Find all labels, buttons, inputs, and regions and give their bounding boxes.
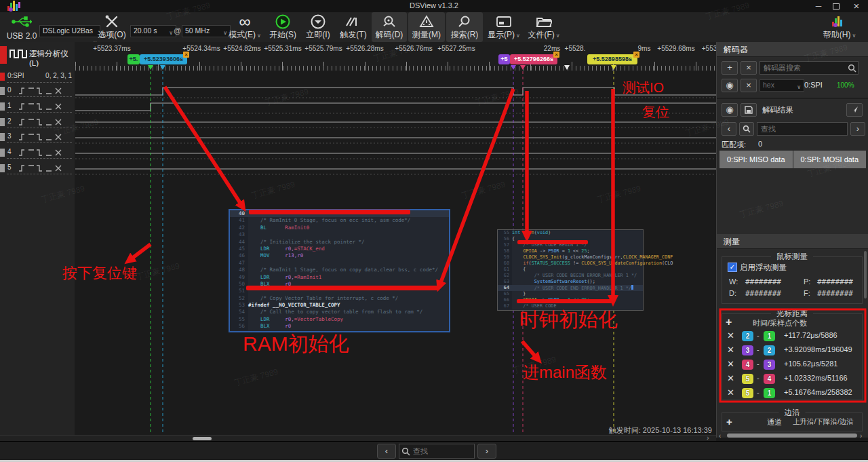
w-label: W: <box>729 277 738 286</box>
cursor-flag[interactable]: +5 <box>498 54 510 64</box>
trigger-edge-icons[interactable] <box>18 118 63 126</box>
cursor-pointer-icon[interactable] <box>564 65 570 70</box>
delete-cursor-pair-button[interactable]: ✕ <box>727 387 734 398</box>
main-hscroll-handle[interactable] <box>193 437 212 440</box>
cursor-badge[interactable]: 5 <box>742 374 753 384</box>
cursor-flag[interactable]: +5.52898598s× <box>587 54 637 64</box>
remove-all-decoders-button[interactable]: × <box>741 61 757 75</box>
decode-button[interactable]: 解码(D) <box>372 12 407 42</box>
decoder-search-input[interactable] <box>760 61 859 75</box>
cursor-pointer-icon[interactable] <box>148 65 153 70</box>
results-find-input[interactable] <box>757 122 848 136</box>
trigger-edge-icons[interactable] <box>18 102 63 111</box>
trigger-edge-icons[interactable] <box>18 87 63 95</box>
trigger-edge-icons[interactable] <box>18 149 63 157</box>
cursor-pointer-icon[interactable] <box>520 65 526 70</box>
cursor-badge[interactable]: 5 <box>742 388 753 398</box>
p-value: ######## <box>817 277 853 286</box>
close-button[interactable]: × <box>849 1 864 12</box>
cursor-badge[interactable]: 2 <box>742 331 753 341</box>
code-line: 55 LDR r0,=VectorTableCopy <box>230 316 449 323</box>
find-button[interactable] <box>739 122 754 136</box>
cursor-badge[interactable]: 3 <box>764 360 775 370</box>
cursor-flag[interactable]: +5. <box>127 54 140 64</box>
decoder-options-button[interactable]: ◉ <box>722 79 738 92</box>
code-line: 54 /* Call the to copy vector table from… <box>230 309 449 315</box>
mouse-measure-title: 鼠标测量 <box>771 252 813 262</box>
channel-number: 2 <box>7 117 12 125</box>
ruler-time-label: +5525.79ms <box>304 45 342 52</box>
find-next-button[interactable]: › <box>850 122 865 136</box>
help-button[interactable]: 帮助(H)∨ <box>819 12 860 42</box>
cursor-badge[interactable]: 2 <box>764 345 775 355</box>
options-button[interactable]: 选项(O) <box>96 12 127 42</box>
search-button[interactable]: 搜索(R) <box>446 12 483 42</box>
decoder-instance-name: 0:SPI <box>804 81 823 89</box>
cursor-distance-row: ✕5-4+1.02332ms/51166 <box>719 373 865 385</box>
duration-select[interactable]: 20.00 s∨ <box>130 25 176 37</box>
add-cursor-pair-button[interactable]: + <box>726 316 732 328</box>
row-divider <box>7 112 72 113</box>
cursor-badge[interactable]: 4 <box>742 360 753 370</box>
minimize-button[interactable]: ─ <box>811 1 826 12</box>
results-options-button[interactable]: ◉ <box>722 103 738 117</box>
badge-separator: - <box>757 388 760 396</box>
measure-button[interactable]: 测量(M) <box>408 12 445 42</box>
file-button[interactable]: 文件(F)∨ <box>525 12 563 42</box>
code-line: 56{ <box>498 236 643 242</box>
cursor-flag-close-button[interactable]: × <box>183 52 189 58</box>
usb-icon <box>4 14 39 29</box>
result-tabs: 0:SPI: MISO data 0:SPI: MOSI data <box>719 151 866 168</box>
find-prev-button[interactable]: ‹ <box>722 122 736 136</box>
trigger-edge-icons[interactable] <box>18 164 63 172</box>
cursor-flag[interactable]: +5.52393606s× <box>140 54 187 64</box>
decoder-channel-list: 0, 2, 3, 1 <box>35 72 72 79</box>
display-button[interactable]: 显示(P)∨ <box>484 12 524 42</box>
add-edge-counter-button[interactable]: + <box>726 416 732 427</box>
code-line: 65 } <box>498 291 643 297</box>
delete-cursor-pair-button[interactable]: ✕ <box>727 359 734 369</box>
float-measure-checkbox[interactable]: ✓ <box>728 263 737 272</box>
delete-cursor-pair-button[interactable]: ✕ <box>727 373 734 383</box>
search-prev-button[interactable]: ‹ <box>377 444 396 459</box>
edge-count-group: 边沿 + 通道 上升沿/下降沿/边沿 <box>722 412 863 431</box>
hscroll-right-arrow[interactable]: › <box>860 432 862 440</box>
panel-vscrollbar[interactable] <box>864 251 867 299</box>
panel-hscrollbar[interactable] <box>727 434 857 438</box>
trigger-edge-icons[interactable] <box>18 133 63 141</box>
trigger-button[interactable]: 触发(T) <box>336 12 370 42</box>
cursor-flag[interactable]: +5.52796266s× <box>510 54 557 64</box>
channel-color-swatch <box>0 133 5 141</box>
tab-miso-data[interactable]: 0:SPI: MISO data <box>719 151 793 168</box>
chevron-down-icon: ∨ <box>852 33 856 39</box>
cursor-flag-close-button[interactable]: × <box>553 52 559 58</box>
code-line: 49 LDR r0,=RamInit1 <box>230 274 449 281</box>
save-results-button[interactable] <box>741 103 757 117</box>
ruler-time-label: +5526.76ms <box>395 45 432 52</box>
trigger-time-label: 触发时间: 2025-10-13 16:13:39 <box>609 425 712 436</box>
restore-button[interactable] <box>829 1 844 12</box>
samplerate-select[interactable]: 50 MHz∨ <box>182 25 231 37</box>
start-button[interactable]: 开始(S) <box>266 12 300 42</box>
add-decoder-button[interactable]: + <box>722 61 738 75</box>
decode-magnifier-icon <box>372 14 407 29</box>
delete-cursor-pair-button[interactable]: ✕ <box>727 345 734 355</box>
format-select[interactable]: hex∨ <box>760 79 804 92</box>
search-next-button[interactable]: › <box>477 444 496 459</box>
cursor-badge[interactable]: 1 <box>764 331 775 341</box>
cursor-flag-close-button[interactable]: × <box>633 52 639 58</box>
cursor-badge[interactable]: 4 <box>764 374 775 384</box>
instant-button[interactable]: 立即(I) <box>301 12 335 42</box>
decoder-delete-button[interactable]: × <box>741 79 757 92</box>
cursor-pointer-icon[interactable] <box>160 65 165 70</box>
cursor-pointer-icon[interactable] <box>611 65 616 70</box>
cursor-pointer-icon[interactable] <box>511 65 516 70</box>
cursor-badge[interactable]: 3 <box>742 345 753 355</box>
cursor-badge[interactable]: 1 <box>764 388 775 398</box>
device-select[interactable]: DSLogic U2Bas∨ <box>39 25 100 37</box>
jump-to-result-button[interactable] <box>846 103 863 117</box>
hscroll-left-arrow[interactable]: ‹ <box>719 432 721 440</box>
tab-mosi-data[interactable]: 0:SPI: MOSI data <box>793 151 867 168</box>
delete-cursor-pair-button[interactable]: ✕ <box>727 330 734 341</box>
mode-button[interactable]: ∞ 模式(E)∨ <box>226 12 263 42</box>
